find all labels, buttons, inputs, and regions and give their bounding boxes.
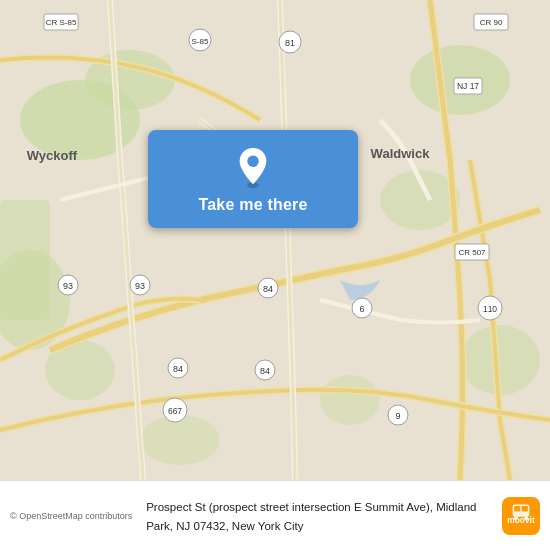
svg-point-51 bbox=[524, 516, 528, 520]
map-background: CR S-85 S-85 81 CR 90 NJ 17 93 93 84 84 … bbox=[0, 0, 550, 480]
navigation-button-overlay: Take me there bbox=[148, 130, 358, 228]
svg-text:CR 507: CR 507 bbox=[458, 248, 486, 257]
svg-text:93: 93 bbox=[63, 281, 73, 291]
address-text: Prospect St (prospect street intersectio… bbox=[146, 501, 476, 532]
svg-text:Waldwick: Waldwick bbox=[371, 146, 431, 161]
svg-text:93: 93 bbox=[135, 281, 145, 291]
moovit-logo: moovit bbox=[502, 497, 540, 535]
svg-point-8 bbox=[320, 375, 380, 425]
bottom-bar: © OpenStreetMap contributors Prospect St… bbox=[0, 480, 550, 550]
svg-text:9: 9 bbox=[395, 411, 400, 421]
svg-rect-49 bbox=[522, 506, 528, 511]
svg-text:CR 90: CR 90 bbox=[480, 18, 503, 27]
map-container: CR S-85 S-85 81 CR 90 NJ 17 93 93 84 84 … bbox=[0, 0, 550, 480]
svg-point-10 bbox=[140, 415, 220, 465]
svg-text:84: 84 bbox=[260, 366, 270, 376]
svg-text:6: 6 bbox=[359, 304, 364, 314]
osm-attribution: © OpenStreetMap contributors bbox=[10, 511, 132, 521]
svg-text:S-85: S-85 bbox=[192, 37, 209, 46]
take-me-there-button[interactable]: Take me there bbox=[198, 196, 307, 214]
svg-text:84: 84 bbox=[263, 284, 273, 294]
svg-text:84: 84 bbox=[173, 364, 183, 374]
svg-point-44 bbox=[247, 156, 258, 167]
svg-rect-48 bbox=[514, 506, 520, 511]
osm-text: © OpenStreetMap contributors bbox=[10, 511, 132, 521]
moovit-icon: moovit bbox=[502, 497, 540, 535]
svg-text:110: 110 bbox=[483, 304, 497, 314]
svg-text:CR S-85: CR S-85 bbox=[46, 18, 77, 27]
svg-text:NJ 17: NJ 17 bbox=[457, 81, 479, 91]
svg-text:667: 667 bbox=[168, 406, 182, 416]
location-pin-icon bbox=[235, 146, 271, 188]
svg-text:81: 81 bbox=[285, 38, 295, 48]
svg-text:Wyckoff: Wyckoff bbox=[27, 148, 78, 163]
svg-point-50 bbox=[514, 516, 518, 520]
